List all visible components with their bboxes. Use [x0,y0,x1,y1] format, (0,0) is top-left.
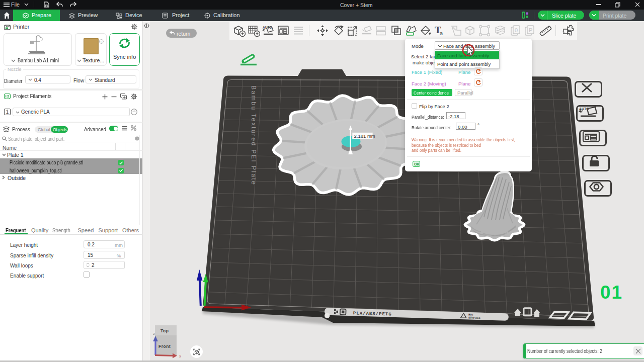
svg-text:a: a [440,30,443,36]
svg-text:P: P [529,27,532,33]
svg-text:Bambu Textured PEI Plate: Bambu Textured PEI Plate [250,85,257,186]
svg-text:2.181 mm: 2.181 mm [354,133,375,139]
svg-text:i: i [101,40,101,43]
svg-text:z: z [153,331,155,336]
svg-text:0: 0 [515,27,518,33]
svg-text:SURFACE: SURFACE [468,316,481,320]
svg-text:x: x [179,354,181,358]
